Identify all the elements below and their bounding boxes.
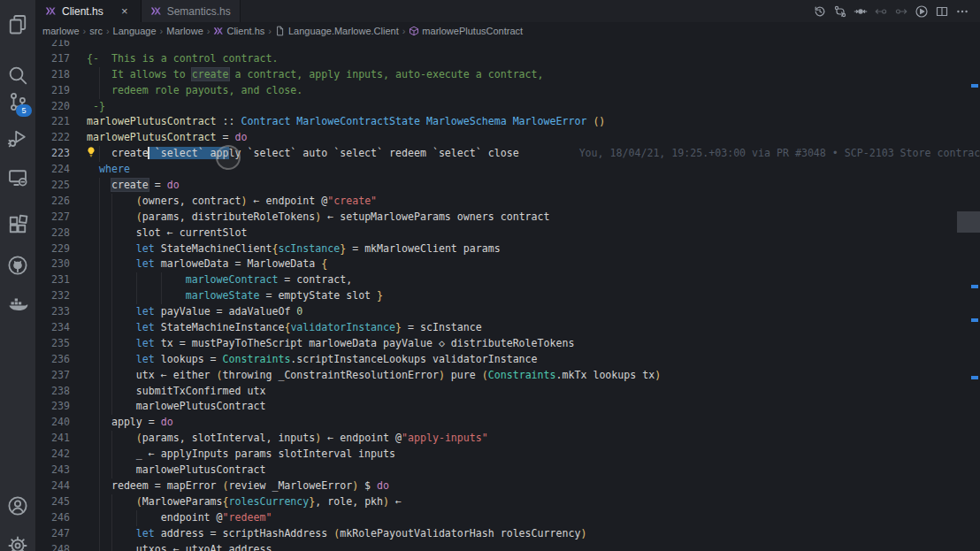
tab-label: Semantics.hs xyxy=(167,5,231,18)
code-line-242[interactable]: 242 _ ← applyInputs params slotInterval … xyxy=(36,447,980,463)
code-line-248[interactable]: 248 utxos ← utxoAt address xyxy=(36,542,980,551)
code-line-246[interactable]: 246 endpoint @"redeem" xyxy=(36,510,980,526)
code-line-225[interactable]: 225 create = do xyxy=(36,178,980,194)
indent-guide xyxy=(136,510,137,526)
code-line-240[interactable]: 240 apply = do xyxy=(36,415,980,431)
code-line-231[interactable]: 231 marloweContract = contract, xyxy=(36,272,980,288)
code-token: apply = xyxy=(87,416,161,428)
indent-guide xyxy=(99,256,100,272)
code-token: ( xyxy=(482,369,488,381)
lightbulb-icon[interactable] xyxy=(85,146,97,158)
code-token: params, slotInterval, inputs xyxy=(142,432,315,444)
activity-account-button[interactable] xyxy=(0,488,35,524)
activity-github-button[interactable] xyxy=(0,248,35,283)
code-line-216[interactable]: 216 xyxy=(36,40,980,51)
code-line-228[interactable]: 228 slot ← currentSlot xyxy=(36,226,980,241)
indent-guide xyxy=(99,510,100,526)
code-line-229[interactable]: 229 let StateMachineClient{scInstance} =… xyxy=(36,241,980,257)
indent-guide xyxy=(99,67,100,83)
line-number: 241 xyxy=(36,431,70,447)
code-line-218[interactable]: 218 It allows to create a contract, appl… xyxy=(36,67,980,83)
activity-source-control-button[interactable]: 5 xyxy=(0,84,35,119)
code-token: = xyxy=(149,179,167,191)
split-editor-icon[interactable] xyxy=(935,4,949,19)
code-token: ( xyxy=(223,479,229,492)
history-icon[interactable] xyxy=(813,4,827,19)
code-line-217[interactable]: 217{- This is a control contract. xyxy=(36,51,980,67)
code-token: params, distributeRoleTokens xyxy=(142,210,315,223)
overview-ruler-mark xyxy=(971,318,978,322)
code-token: ( xyxy=(136,195,142,207)
code-token: marlowePlutusContract xyxy=(87,115,217,127)
code-line-236[interactable]: 236 let lookups = Constraints.scriptInst… xyxy=(36,352,980,368)
activity-settings-gear-button[interactable] xyxy=(0,528,35,551)
code-token: submitTxConfirmed utx xyxy=(87,385,265,397)
code-line-223[interactable]: 223 create `select` apply `select` auto … xyxy=(36,146,980,162)
code-line-245[interactable]: 245 (MarloweParams{rolesCurrency}, role,… xyxy=(36,494,980,510)
code-line-232[interactable]: 232 marloweState = emptyState slot } xyxy=(36,288,980,304)
breadcrumb-item-marloweplutuscontract[interactable]: marlowePlutusContract xyxy=(409,26,523,36)
code-line-226[interactable]: 226 (owners, contract) ← endpoint @"crea… xyxy=(36,194,980,210)
code-token: marloweState xyxy=(186,289,260,302)
code-line-244[interactable]: 244 redeem = mapError (review _MarloweEr… xyxy=(36,478,980,494)
line-number: 240 xyxy=(36,415,70,431)
code-line-233[interactable]: 233 let payValue = adaValueOf 0 xyxy=(36,304,980,320)
code-line-239[interactable]: 239 marlowePlutusContract xyxy=(36,399,980,415)
code-line-221[interactable]: 221marlowePlutusContract :: Contract Mar… xyxy=(36,114,980,130)
git-compare-icon[interactable] xyxy=(833,4,847,19)
activity-extensions-button[interactable] xyxy=(0,207,35,242)
indent-guide xyxy=(99,415,100,431)
tab-semantics-hs[interactable]: Semantics.hs xyxy=(142,0,241,22)
indent-guide xyxy=(99,368,100,384)
vscode-window: 5 Client.hs×Semantics.hs marlowe›src›Lan… xyxy=(0,0,980,551)
tab-client-hs[interactable]: Client.hs× xyxy=(36,0,142,22)
open-changes-icon[interactable] xyxy=(854,4,868,19)
line-number: 230 xyxy=(36,256,70,272)
code-line-238[interactable]: 238 submitTxConfirmed utx xyxy=(36,384,980,400)
close-tab-icon[interactable]: × xyxy=(118,5,132,17)
code-line-219[interactable]: 219 redeem role payouts, and close. xyxy=(36,83,980,99)
code-editor[interactable]: 216217{- This is a control contract.218 … xyxy=(36,40,980,551)
indent-guide xyxy=(99,320,100,336)
code-token: ← xyxy=(389,495,402,508)
indent-guide xyxy=(99,542,100,551)
code-line-222[interactable]: 222marlowePlutusContract = do xyxy=(36,130,980,146)
more-actions-icon[interactable] xyxy=(955,4,969,19)
activity-files-button[interactable] xyxy=(0,6,35,42)
activity-remote-explorer-button[interactable] xyxy=(0,159,35,195)
activity-docker-button[interactable] xyxy=(0,285,35,320)
code-line-234[interactable]: 234 let StateMachineInstance{validatorIn… xyxy=(36,320,980,336)
activity-run-debug-button[interactable] xyxy=(0,120,35,156)
breadcrumb-separator-icon: › xyxy=(267,26,272,36)
code-token: = contract, xyxy=(278,273,352,286)
breadcrumb-item-src[interactable]: src xyxy=(89,26,103,36)
code-token: :: xyxy=(217,115,241,127)
breadcrumb-item-client-hs[interactable]: Client.hs xyxy=(213,26,264,36)
code-token: { xyxy=(223,495,229,508)
run-icon[interactable] xyxy=(915,4,929,19)
breadcrumb-item-marlowe[interactable]: marlowe xyxy=(42,26,80,36)
code-line-247[interactable]: 247 let address = scriptHashAddress (mkR… xyxy=(36,526,980,542)
code-line-220[interactable]: 220 -} xyxy=(36,99,980,115)
code-token: let xyxy=(136,242,155,255)
file-icon xyxy=(275,26,286,36)
code-token: utxos ← utxoAt address xyxy=(87,543,272,551)
code-token: do xyxy=(377,479,389,492)
code-token: ) xyxy=(439,369,445,381)
code-line-224[interactable]: 224 where xyxy=(36,162,980,178)
line-number: 220 xyxy=(36,99,70,115)
code-line-243[interactable]: 243 marlowePlutusContract xyxy=(36,463,980,478)
code-line-235[interactable]: 235 let tx = mustPayToTheScript marloweD… xyxy=(36,336,980,352)
breadcrumb-item-marlowe[interactable]: Marlowe xyxy=(166,26,203,36)
tab-label: Client.hs xyxy=(62,5,103,18)
code-line-237[interactable]: 237 utx ← either (throwing _ConstraintRe… xyxy=(36,368,980,384)
code-token: ) xyxy=(383,495,389,508)
code-token: ( xyxy=(136,495,142,508)
breadcrumb-item-language-marlowe-client[interactable]: Language.Marlowe.Client xyxy=(275,26,399,36)
code-line-230[interactable]: 230 let marloweData = MarloweData { xyxy=(36,256,980,272)
breadcrumb-item-language[interactable]: Language xyxy=(113,26,157,36)
scrollbar-thumb[interactable] xyxy=(957,211,980,233)
code-line-241[interactable]: 241 (params, slotInterval, inputs) ← end… xyxy=(36,431,980,447)
code-line-227[interactable]: 227 (params, distributeRoleTokens) ← set… xyxy=(36,210,980,226)
code-token: StateMachineClient xyxy=(155,242,272,255)
